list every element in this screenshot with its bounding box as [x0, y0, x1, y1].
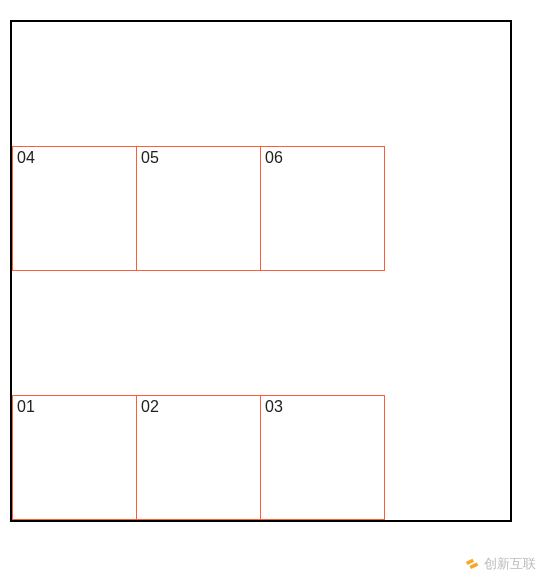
watermark-icon: [462, 554, 483, 575]
box-01: 01: [12, 395, 137, 520]
layout-container: 04 05 06 01 02 03: [10, 20, 512, 522]
watermark-text: 创新互联: [484, 555, 536, 573]
box-02: 02: [136, 395, 261, 520]
box-05: 05: [136, 146, 261, 271]
box-04: 04: [12, 146, 137, 271]
box-03: 03: [260, 395, 385, 520]
watermark: 创新互联: [464, 555, 536, 573]
box-06: 06: [260, 146, 385, 271]
